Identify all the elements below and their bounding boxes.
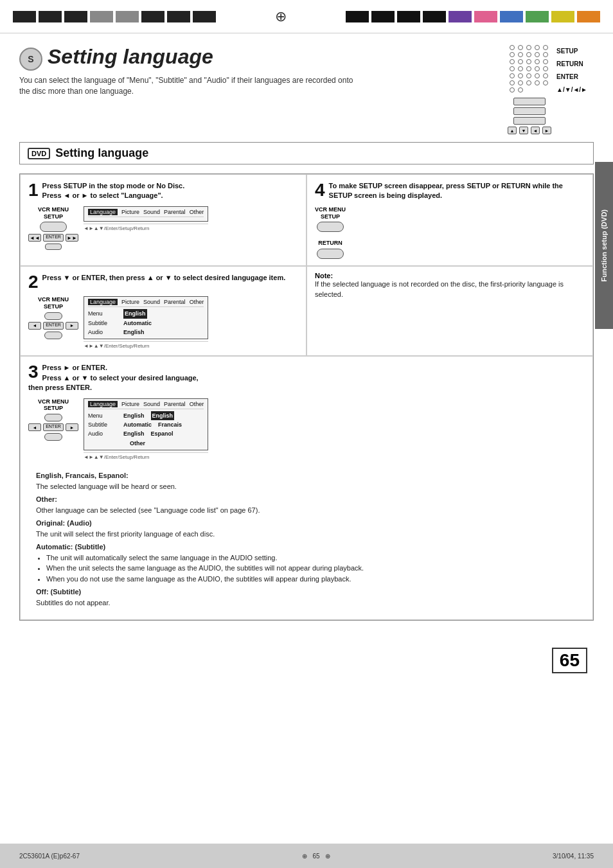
step3-vcr-remote: VCR MENUSETUP ◄ ENTER ► bbox=[28, 398, 78, 441]
rem-up-btn: ▲ bbox=[508, 127, 517, 134]
step3-other-extra: Other bbox=[130, 439, 145, 448]
step-3-number: 3 bbox=[28, 363, 39, 381]
rdot bbox=[543, 45, 548, 50]
step3-screen-box: Language Picture Sound Parental Other Me… bbox=[84, 398, 208, 451]
rem-arrows-row: ▲ ▼ ◄ ► bbox=[508, 127, 551, 134]
step2-fwd: ► bbox=[66, 322, 78, 330]
enter-label: ENTER bbox=[556, 71, 587, 84]
step2-row-subtitle: Subtitle Automatic bbox=[88, 319, 204, 328]
off-bold: Off: (Subtitle) bbox=[36, 588, 81, 596]
center-symbol: ⊕ bbox=[275, 8, 287, 25]
rdot bbox=[518, 80, 523, 85]
step3-other-label bbox=[88, 439, 117, 448]
step4-content: VCR MENUSETUP RETURN bbox=[315, 206, 585, 259]
notes-other-title: Other: bbox=[36, 494, 577, 505]
step1-lang-header: Language bbox=[88, 209, 118, 215]
step-4-number: 4 bbox=[315, 181, 325, 199]
footer-center-symbol2: ⊕ bbox=[325, 853, 330, 860]
color-block-orange bbox=[577, 11, 600, 22]
page-subtitle: You can select the language of "Menu", "… bbox=[19, 75, 353, 97]
step3-row-menu: Menu English English bbox=[88, 411, 204, 420]
title-circle-icon: S bbox=[19, 48, 42, 71]
color-block-2 bbox=[371, 11, 395, 22]
step-4-text: To make SETUP screen disappear, press SE… bbox=[329, 182, 563, 199]
step2-middle-row: ◄ ENTER ► bbox=[28, 322, 78, 330]
step4-vcr-remote: VCR MENUSETUP RETURN bbox=[315, 206, 346, 259]
step2-other-header: Other bbox=[190, 299, 204, 305]
step4-return-label: RETURN bbox=[318, 240, 342, 247]
step3-subtitle-value: Automatic bbox=[123, 420, 152, 429]
step3-row-subtitle: Subtitle Automatic Francais bbox=[88, 420, 204, 429]
rem-setup-btn bbox=[513, 98, 546, 105]
notes-off-text: Subtitles do not appear. bbox=[36, 598, 577, 608]
rdot bbox=[535, 73, 540, 78]
step1-sound-header: Sound bbox=[143, 209, 160, 215]
step3-screen-header: Language Picture Sound Parental Other bbox=[88, 401, 204, 409]
rdot bbox=[526, 80, 531, 85]
step-3-line3: then press ENTER. bbox=[28, 384, 92, 391]
step2-down-btn bbox=[44, 332, 62, 339]
step1-enter-btn: ENTER bbox=[43, 234, 64, 242]
setup-label: SETUP bbox=[556, 45, 587, 58]
step-4-block: 4 To make SETUP screen disappear, press … bbox=[306, 174, 593, 266]
color-block-1 bbox=[346, 11, 369, 22]
step3-menu-label: Menu bbox=[88, 411, 117, 420]
remote-side-labels: SETUP RETURN ENTER ▲/▼/◄/► bbox=[556, 45, 587, 96]
step2-audio-value: English bbox=[123, 328, 145, 337]
notes-automatic-title: Automatic: (Subtitle) bbox=[36, 542, 577, 553]
rdot bbox=[543, 80, 548, 85]
notes-english-title: English, Francais, Espanol: bbox=[36, 470, 577, 481]
step2-menu-value: English bbox=[123, 309, 147, 318]
step3-subtitle-label: Subtitle bbox=[88, 420, 117, 429]
arrows-label: ▲/▼/◄/► bbox=[556, 84, 587, 96]
rdot bbox=[518, 52, 523, 57]
automatic-bullet-3: When you do not use the same language as… bbox=[46, 574, 577, 585]
step3-audio-extra: Espanol bbox=[151, 429, 173, 438]
step3-row-audio: Audio English Espanol bbox=[88, 429, 204, 438]
right-sidebar: Function setup (DVD) bbox=[595, 162, 613, 329]
color-block-blue bbox=[500, 11, 523, 22]
bar-block-6 bbox=[141, 11, 164, 22]
step3-up-btn bbox=[44, 414, 62, 421]
bar-block-4 bbox=[90, 11, 113, 22]
remote-buttons: ▲ ▼ ◄ ► bbox=[508, 98, 551, 134]
rdot bbox=[510, 45, 515, 50]
remote-dot-grid bbox=[510, 45, 549, 93]
step4-return-btn bbox=[317, 249, 344, 259]
step2-enter: ENTER bbox=[43, 322, 64, 330]
bar-block-1 bbox=[13, 11, 36, 22]
rdot bbox=[543, 66, 548, 71]
return-label: RETURN bbox=[556, 58, 587, 71]
step2-sound-header: Sound bbox=[143, 299, 160, 305]
step1-screen: Language Picture Sound Parental Other ◄►… bbox=[84, 206, 208, 231]
remote-container: ▲ ▼ ◄ ► SETUP RETURN ENTER ▲/▼/◄/► bbox=[508, 45, 587, 134]
step-1-block: 1 Press SETUP in the stop mode or No Dis… bbox=[20, 174, 306, 266]
step-3-block: 3 Press ► or ENTER. Press ▲ or ▼ to sele… bbox=[20, 356, 593, 620]
step1-setup-btn bbox=[40, 222, 67, 232]
top-bar-left-blocks bbox=[13, 11, 216, 22]
step2-content: VCR MENUSETUP ◄ ENTER ► Lang bbox=[28, 296, 298, 349]
step3-screen: Language Picture Sound Parental Other Me… bbox=[84, 398, 208, 461]
rdot bbox=[518, 59, 523, 64]
top-bar: ⊕ bbox=[0, 0, 613, 33]
rdot bbox=[510, 80, 515, 85]
rdot bbox=[543, 52, 548, 57]
notes-other-text: Other language can be selected (see "Lan… bbox=[36, 505, 577, 516]
note-title: Note: bbox=[315, 272, 585, 279]
step2-subtitle-value: Automatic bbox=[123, 319, 152, 328]
automatic-bullet-1: The unit will automatically select the s… bbox=[46, 553, 577, 563]
bar-block-3 bbox=[64, 11, 87, 22]
notes-original-text: The unit will select the first priority … bbox=[36, 529, 577, 540]
automatic-bold: Automatic: (Subtitle) bbox=[36, 543, 105, 551]
note-text: If the selected language is not recorded… bbox=[315, 279, 585, 299]
remote-area: ▲ ▼ ◄ ► SETUP RETURN ENTER ▲/▼/◄/► bbox=[452, 45, 594, 134]
rem-right-btn: ► bbox=[542, 127, 551, 134]
step3-vcr-label: VCR MENUSETUP bbox=[38, 398, 69, 412]
rdot bbox=[518, 66, 523, 71]
step3-audio-label: Audio bbox=[88, 429, 117, 438]
rdot bbox=[518, 73, 523, 78]
rdot bbox=[543, 59, 548, 64]
step3-enter: ENTER bbox=[43, 423, 64, 431]
color-block-yellow bbox=[551, 11, 574, 22]
step2-screen: Language Picture Sound Parental Other Me… bbox=[84, 296, 208, 349]
